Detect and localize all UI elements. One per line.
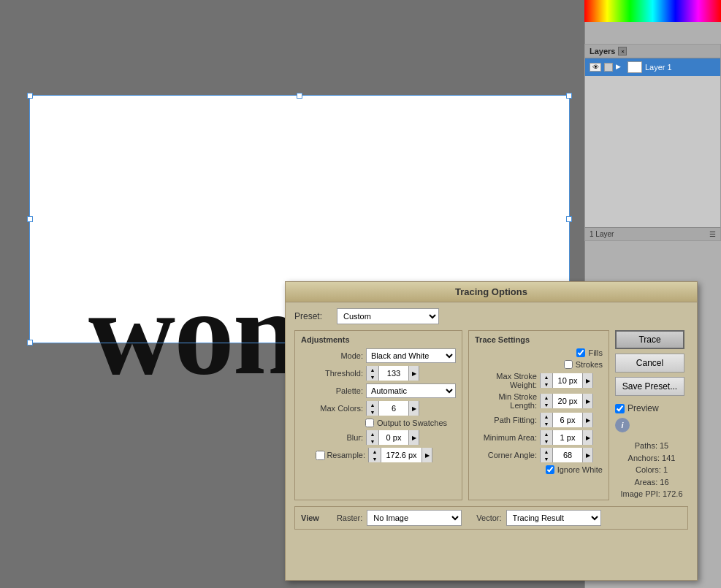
resample-down[interactable]: ▼	[369, 455, 381, 462]
resample-up[interactable]: ▲	[369, 448, 381, 455]
min-stroke-length-spinner: ▲ ▼ ▶	[540, 394, 593, 408]
preview-label: Preview	[627, 403, 659, 413]
layer-lock-icon[interactable]	[604, 63, 613, 72]
raster-select[interactable]: No Image Original Image Preprocessed Ima…	[367, 510, 462, 526]
layers-options-icon[interactable]: ☰	[709, 230, 716, 238]
ignore-white-checkbox[interactable]	[546, 465, 554, 474]
corner-angle-down[interactable]: ▼	[541, 455, 552, 462]
layers-footer: 1 Layer ☰	[585, 227, 720, 240]
mode-label: Mode:	[301, 351, 363, 360]
min-stroke-length-down[interactable]: ▼	[541, 401, 552, 408]
minimum-area-up[interactable]: ▲	[541, 430, 552, 438]
main-content: Adjustments Mode: Black and White Thresh…	[294, 330, 688, 500]
blur-arrow[interactable]: ▶	[408, 430, 419, 445]
corner-angle-input[interactable]	[553, 448, 582, 462]
mode-select[interactable]: Black and White	[366, 348, 456, 363]
path-fitting-updown[interactable]: ▲ ▼	[541, 413, 553, 427]
adjustments-title: Adjustments	[301, 335, 456, 344]
corner-angle-arrow[interactable]: ▶	[582, 448, 592, 462]
palette-select[interactable]: Automatic	[366, 383, 456, 398]
blur-down[interactable]: ▼	[367, 438, 378, 445]
resample-label-area: Resample:	[301, 451, 365, 460]
output-swatches-checkbox[interactable]	[365, 419, 374, 427]
save-preset-button[interactable]: Save Preset...	[615, 377, 684, 396]
blur-label: Blur:	[301, 433, 363, 442]
minimum-area-input[interactable]	[553, 430, 582, 445]
max-colors-down[interactable]: ▼	[367, 408, 378, 416]
path-fitting-arrow[interactable]: ▶	[582, 413, 592, 427]
minimum-area-updown[interactable]: ▲ ▼	[541, 430, 553, 445]
max-stroke-weight-input[interactable]	[553, 373, 582, 388]
anchors-stat: Anchors: 141	[615, 452, 688, 465]
strokes-label: Strokes	[576, 360, 603, 369]
corner-angle-updown[interactable]: ▲ ▼	[541, 448, 553, 462]
layers-header: Layers ×	[585, 45, 720, 58]
info-icon[interactable]: i	[615, 418, 630, 432]
threshold-up[interactable]: ▲	[367, 366, 378, 373]
max-stroke-weight-arrow[interactable]: ▶	[582, 373, 592, 388]
threshold-down[interactable]: ▼	[367, 373, 378, 381]
blur-spinner: ▲ ▼ ▶	[366, 430, 419, 445]
paths-stat: Paths: 15	[615, 440, 688, 452]
path-fitting-spinner: ▲ ▼ ▶	[540, 413, 593, 427]
max-stroke-weight-spinner: ▲ ▼ ▶	[540, 373, 593, 388]
blur-row: Blur: ▲ ▼ ▶	[301, 430, 456, 445]
path-fitting-input[interactable]	[553, 413, 582, 427]
layers-panel: Layers × 👁 ▶ Layer 1 1 Layer ☰	[584, 44, 721, 241]
threshold-arrow[interactable]: ▶	[408, 366, 419, 381]
vector-select[interactable]: Tracing Result Outlines Outlines with Tr…	[506, 510, 601, 526]
min-stroke-length-label: Min Stroke Length:	[475, 392, 537, 410]
strokes-checkbox[interactable]	[564, 360, 573, 369]
minimum-area-row: Minimum Area: ▲ ▼ ▶	[475, 430, 603, 445]
trace-settings-title: Trace Settings	[475, 335, 603, 344]
max-stroke-weight-updown[interactable]: ▲ ▼	[541, 373, 553, 388]
preset-select[interactable]: Custom	[337, 308, 439, 324]
min-stroke-length-updown[interactable]: ▲ ▼	[541, 394, 553, 408]
threshold-label: Threshold:	[301, 369, 363, 378]
corner-angle-up[interactable]: ▲	[541, 448, 552, 455]
max-colors-row: Max Colors: ▲ ▼ ▶	[301, 401, 456, 416]
path-fitting-down[interactable]: ▼	[541, 420, 552, 427]
threshold-row: Threshold: ▲ ▼ ▶	[301, 366, 456, 381]
resample-updown[interactable]: ▲ ▼	[369, 448, 381, 462]
layer-row[interactable]: 👁 ▶ Layer 1	[585, 58, 720, 76]
resample-input[interactable]	[381, 448, 421, 462]
minimum-area-spinner: ▲ ▼ ▶	[540, 430, 593, 445]
fills-row: Fills	[475, 348, 603, 357]
blur-input[interactable]	[379, 430, 408, 445]
resample-row: Resample: ▲ ▼ ▶	[301, 448, 456, 462]
cancel-button[interactable]: Cancel	[615, 354, 684, 373]
max-stroke-weight-down[interactable]: ▼	[541, 381, 552, 388]
min-stroke-length-input[interactable]	[553, 394, 582, 408]
minimum-area-down[interactable]: ▼	[541, 438, 552, 445]
max-colors-updown[interactable]: ▲ ▼	[367, 401, 379, 416]
path-fitting-up[interactable]: ▲	[541, 413, 552, 420]
max-colors-up[interactable]: ▲	[367, 401, 378, 408]
max-colors-arrow[interactable]: ▶	[408, 401, 419, 416]
blur-updown[interactable]: ▲ ▼	[367, 430, 379, 445]
preview-checkbox[interactable]	[615, 404, 625, 413]
max-colors-input[interactable]	[379, 401, 408, 416]
palette-label: Palette:	[301, 386, 363, 395]
layer-expand-icon[interactable]: ▶	[616, 63, 625, 72]
min-stroke-length-up[interactable]: ▲	[541, 394, 552, 401]
max-stroke-weight-label: Max Stroke Weight:	[475, 372, 537, 389]
layer-visibility-icon[interactable]: 👁	[590, 63, 601, 72]
preset-row: Preset: Custom	[294, 308, 688, 324]
threshold-input[interactable]	[379, 366, 408, 381]
blur-up[interactable]: ▲	[367, 430, 378, 438]
max-stroke-weight-up[interactable]: ▲	[541, 373, 552, 381]
color-palette	[584, 0, 721, 22]
palette-row: Palette: Automatic	[301, 383, 456, 398]
minimum-area-label: Minimum Area:	[475, 433, 537, 442]
resample-arrow[interactable]: ▶	[421, 448, 432, 462]
min-stroke-length-arrow[interactable]: ▶	[582, 394, 592, 408]
path-fitting-row: Path Fitting: ▲ ▼ ▶	[475, 413, 603, 427]
threshold-updown[interactable]: ▲ ▼	[367, 366, 379, 381]
minimum-area-arrow[interactable]: ▶	[582, 430, 592, 445]
fills-checkbox[interactable]	[576, 348, 585, 357]
trace-button[interactable]: Trace	[615, 330, 684, 349]
layers-close-button[interactable]: ×	[618, 47, 627, 56]
resample-checkbox[interactable]	[316, 451, 325, 460]
vector-field: Vector: Tracing Result Outlines Outlines…	[476, 510, 600, 526]
